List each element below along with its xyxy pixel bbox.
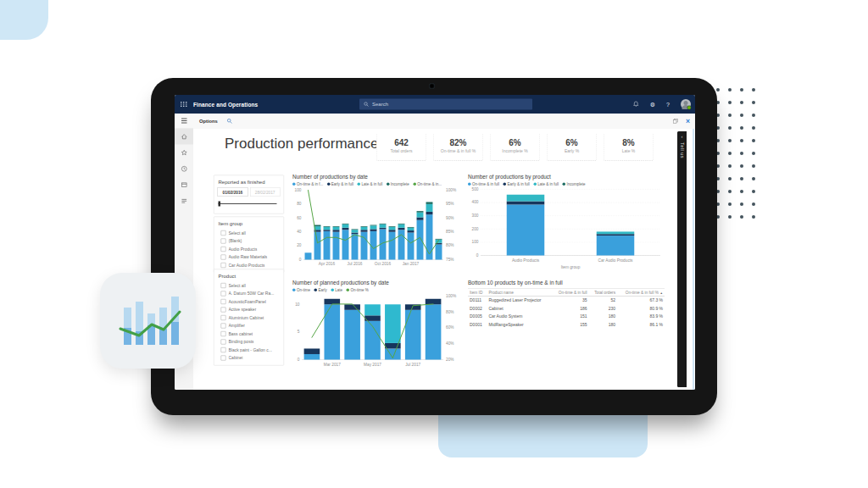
legend-item[interactable]: Incomplete [387,182,409,186]
legend-item[interactable]: On-time % [347,288,369,292]
dot-grid [716,88,764,228]
date-start-input[interactable]: 01/02/2016 [218,187,248,197]
close-icon[interactable]: × [686,117,690,125]
dot [716,88,720,92]
checkbox-row[interactable]: Audio Products [218,245,281,253]
search-icon [364,102,369,107]
legend-item[interactable]: Incomplete [563,182,586,186]
legend-item[interactable]: Late & in full [358,182,383,186]
help-icon[interactable]: ? [666,101,670,108]
sidebar-item-favorites[interactable] [175,145,193,161]
dot [752,126,755,130]
checkbox-row[interactable]: Active speaker [218,306,281,314]
table-row[interactable]: D0111Ruggedized Laser Projector355267.3 … [468,296,665,304]
checkbox[interactable] [221,347,226,352]
table-row[interactable]: D0001MidRangeSpeaker15518086.1 % [468,320,665,329]
checkbox-row[interactable]: Bass cabinet [218,330,281,338]
page-search-icon[interactable] [227,118,233,124]
checkbox-row[interactable]: Car Audio Products [218,261,281,269]
gear-icon[interactable]: ⚙ [650,101,655,108]
table-row[interactable]: D0002Cabinet18623080.9 % [468,304,665,313]
checkbox-row[interactable]: Black paint - Gallon c... [218,346,281,354]
date-end-input[interactable]: 28/02/2017 [250,187,281,197]
checkbox[interactable] [221,254,226,259]
options-button[interactable]: Options [199,119,218,124]
waffle-menu-icon[interactable] [181,102,187,107]
sidebar-item-recent[interactable] [175,161,193,177]
checkbox-row[interactable]: Select all [218,281,281,290]
hamburger-icon[interactable] [175,119,193,124]
dot [740,177,743,180]
column-header[interactable]: Product name [487,288,551,296]
checkbox-row[interactable]: (Blank) [218,237,281,246]
restore-window-icon[interactable] [673,118,679,124]
column-header[interactable]: On-time & in full %▲ [617,288,665,296]
slider-handle[interactable] [219,202,221,207]
search-input[interactable] [371,101,513,108]
dot [752,139,755,142]
checkbox-row[interactable]: Amplifier [218,322,281,330]
dot [740,202,743,206]
checkbox[interactable] [221,315,226,320]
bell-icon[interactable] [632,101,639,108]
table-cell: 86.1 % [617,320,665,329]
legend-swatch [358,182,361,186]
checkbox[interactable] [221,283,226,288]
checkbox[interactable] [221,247,226,252]
checkbox[interactable] [221,299,226,304]
svg-text:75%: 75% [446,258,454,262]
checkbox[interactable] [221,230,226,236]
table-row[interactable]: D0005Car Audio System15118083.9 % [468,313,665,321]
legend-item[interactable]: Late [331,288,342,292]
feedback-tab[interactable]: ‹ Tell us [677,131,687,387]
sidebar-item-home[interactable] [175,129,193,145]
checkbox[interactable] [221,355,226,360]
checkbox-row[interactable]: Select all [218,229,281,237]
options-bar: Options × [175,114,695,129]
global-search[interactable] [359,99,532,110]
checkbox-row[interactable]: Audio Raw Materials [218,253,281,262]
checkbox-label: Audio Products [229,247,258,252]
checkbox[interactable] [221,263,226,268]
screen-edge-line [693,129,694,390]
sidebar-item-worklist[interactable] [175,177,193,193]
svg-text:95%: 95% [446,202,454,206]
table-title: Bottom 10 products by on-time & in full [468,280,667,286]
sidebar-item-menu[interactable] [175,193,193,209]
checkbox-row[interactable]: A. Datum 50W Car Ra... [218,290,281,298]
legend-item[interactable]: On-time [292,288,310,292]
checkbox[interactable] [221,291,226,296]
dot [728,101,732,104]
checkbox-row[interactable]: Aluminium Cabinet [218,313,281,322]
legend-item[interactable]: Early & in full [504,182,530,186]
checkbox-row[interactable]: Binding posts [218,338,281,347]
checkbox-label: Select all [229,230,246,236]
column-header[interactable]: Total orders [589,288,617,296]
legend-item[interactable]: Late & in full [533,182,559,186]
svg-text:100: 100 [295,188,302,192]
kpi-card: 8%Late % [604,134,654,161]
column-header[interactable]: On-time & in full [552,288,589,296]
table-cell: Cabinet [487,304,551,313]
legend-label: On-time & in... [417,182,442,186]
checkbox[interactable] [221,331,226,336]
checkbox[interactable] [221,323,226,328]
legend-item[interactable]: On-time & in... [413,182,442,186]
legend-item[interactable]: Early & in full [327,182,353,186]
column-header[interactable]: Item ID [468,288,487,296]
table-cell: 67.3 % [617,296,665,304]
date-range-slider[interactable] [219,201,280,207]
checkbox[interactable] [221,339,226,344]
legend-item[interactable]: Early [314,288,327,292]
avatar[interactable] [681,99,691,109]
dot [740,101,743,104]
legend-item[interactable]: On-time & in full [468,182,499,186]
checkbox-row[interactable]: AcousticFoamPanel [218,297,281,306]
checkbox[interactable] [221,307,226,312]
legend-label: Late [335,288,342,292]
checkbox-row[interactable]: Cabinet [218,354,281,363]
chart-icon-card [100,273,196,369]
svg-text:400: 400 [472,200,479,204]
legend-item[interactable]: On-time & in f... [292,182,323,186]
checkbox[interactable] [221,238,226,243]
